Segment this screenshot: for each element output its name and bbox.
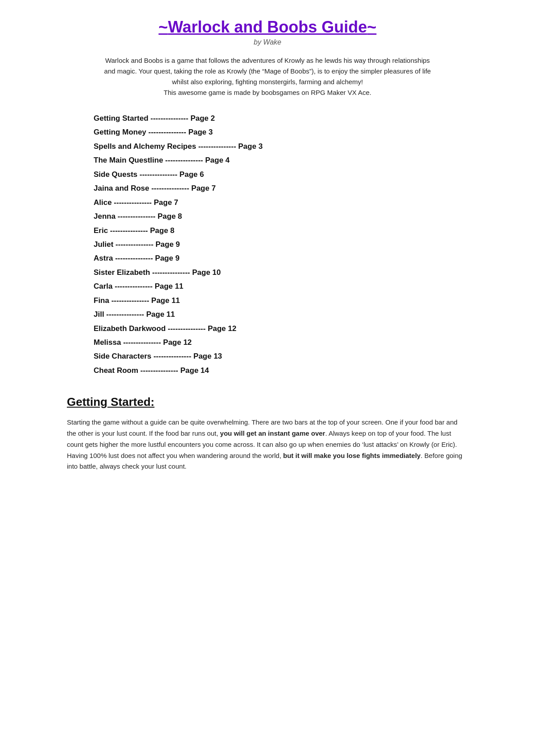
- description-line1: Warlock and Boobs is a game that follows…: [100, 55, 435, 87]
- title-section: ~Warlock and Boobs Guide~ by Wake: [67, 18, 468, 46]
- toc-item: Astra --------------- Page 9: [94, 251, 468, 265]
- toc-item: Side Characters --------------- Page 13: [94, 349, 468, 363]
- toc-item: Fina --------------- Page 11: [94, 294, 468, 307]
- subtitle: by Wake: [67, 38, 468, 46]
- getting-started-body: Starting the game without a guide can be…: [67, 417, 468, 472]
- description: Warlock and Boobs is a game that follows…: [100, 55, 435, 98]
- table-of-contents: Getting Started --------------- Page 2Ge…: [94, 111, 468, 377]
- toc-item: Side Quests --------------- Page 6: [94, 168, 468, 181]
- toc-item: Melissa --------------- Page 12: [94, 335, 468, 349]
- toc-item: Eric --------------- Page 8: [94, 224, 468, 237]
- toc-item: Getting Money --------------- Page 3: [94, 125, 468, 139]
- body-bold2: but it will make you lose fights immedia…: [281, 452, 421, 459]
- toc-item: Cheat Room --------------- Page 14: [94, 364, 468, 377]
- toc-item: Getting Started --------------- Page 2: [94, 111, 468, 125]
- toc-item: Sister Elizabeth --------------- Page 10: [94, 266, 468, 279]
- title-text: Warlock and Boobs Guide: [168, 18, 367, 36]
- toc-item: Jill --------------- Page 11: [94, 307, 468, 321]
- toc-item: Juliet --------------- Page 9: [94, 237, 468, 251]
- toc-item: Jaina and Rose --------------- Page 7: [94, 181, 468, 195]
- toc-item: Alice --------------- Page 7: [94, 196, 468, 209]
- tilde-open: ~: [159, 18, 168, 36]
- getting-started-section: Getting Started: Starting the game witho…: [67, 395, 468, 472]
- getting-started-heading: Getting Started:: [67, 395, 468, 409]
- toc-item: Elizabeth Darkwood --------------- Page …: [94, 322, 468, 335]
- main-title: ~Warlock and Boobs Guide~: [67, 18, 468, 37]
- toc-item: The Main Questline --------------- Page …: [94, 153, 468, 167]
- toc-item: Spells and Alchemy Recipes -------------…: [94, 139, 468, 153]
- page: ~Warlock and Boobs Guide~ by Wake Warloc…: [67, 18, 468, 478]
- body-bold1: you will get an instant game over: [218, 429, 325, 437]
- toc-item: Carla --------------- Page 11: [94, 279, 468, 293]
- description-line2: This awesome game is made by boobsgames …: [100, 87, 435, 98]
- toc-item: Jenna --------------- Page 8: [94, 209, 468, 223]
- tilde-close: ~: [367, 18, 376, 36]
